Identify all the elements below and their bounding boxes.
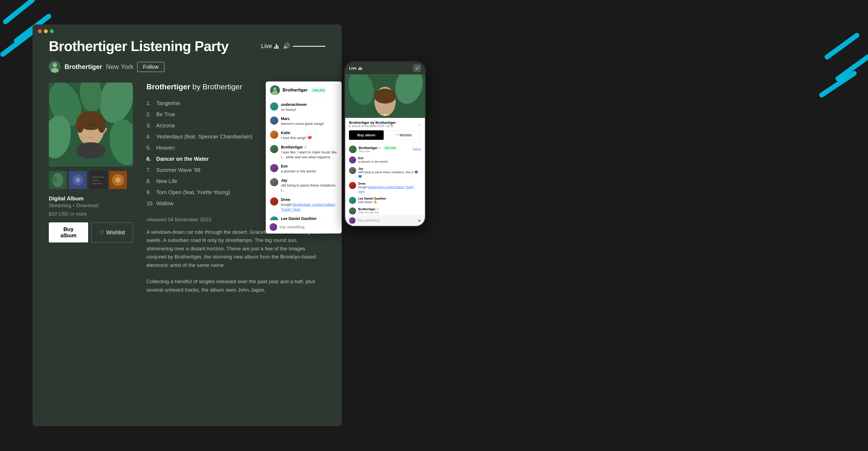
phone-chat-input-area: Say something ➤ [345, 215, 425, 226]
track-num: 8. [147, 178, 156, 185]
chat-input-avatar [270, 223, 277, 231]
phone-live-bars [358, 66, 362, 70]
phone-track-sub: 6. Dancer on the Water 03:25 / 03:52 [349, 124, 396, 128]
phone-msg-user: Brothertiger ✓ [358, 207, 379, 211]
chat-message: Eve a pioneer in the works! [270, 164, 337, 174]
phone-follow-link[interactable]: follow [413, 147, 421, 151]
msg-avatar [270, 131, 278, 139]
phone-msg-content: Brothertiger ✓ Only you see this thanks,… [358, 207, 379, 215]
thumbnail-3[interactable] [89, 171, 107, 189]
chat-input-area [266, 220, 342, 233]
artist-name[interactable]: Brothertiger [65, 63, 102, 71]
action-buttons: Buy album ♡ Wishlist [49, 222, 133, 243]
msg-content: Jay still trying to parse these mutation… [281, 178, 337, 193]
msg-text: I was like, I want to make music like t.… [281, 150, 337, 160]
phone-purchase-link[interactable]: Brothertiger Limited Edition "Earth" Vin… [358, 186, 414, 193]
chat-input[interactable] [279, 225, 338, 229]
phone-live-indicator: Live [349, 66, 362, 70]
album-title: Brothertiger [147, 83, 190, 91]
chat-message: Brothertiger ✓ I was like, I want to mak… [270, 145, 337, 160]
phone-send-icon[interactable]: ➤ [417, 218, 421, 223]
header-right: Live 🔊 [261, 43, 326, 50]
svg-line-2 [3, 30, 35, 54]
phone-message: Eve a pioneer in the works! [349, 157, 421, 164]
live-bar-1 [274, 47, 275, 49]
thumbnail-4[interactable] [109, 171, 127, 189]
chat-header: Brothertiger ONLINE [266, 81, 342, 99]
track-num: 5. [147, 145, 156, 151]
phone-host-name: Brothertiger ✓ ONLINE [359, 146, 398, 150]
msg-username: Marc [281, 116, 324, 121]
track-num: 7. [147, 167, 156, 173]
phone-msg-content: Eve a pioneer in the works! [358, 157, 388, 164]
msg-username: Jay [281, 178, 337, 182]
msg-avatar [270, 102, 278, 111]
chat-message: Drew bought Brothertiger Limited Edition… [270, 197, 337, 212]
phone-msg-avatar [349, 197, 356, 204]
track-num: 9. [147, 189, 156, 196]
phone-msg-avatar [349, 207, 356, 215]
phone-buy-button[interactable]: Buy album [349, 130, 384, 140]
window-close-btn[interactable] [38, 29, 42, 33]
chat-message: Katie I love this song!! ❤️ [270, 131, 337, 140]
svg-line-0 [5, 0, 33, 22]
svg-point-26 [98, 116, 106, 133]
phone-msg-avatar [349, 167, 356, 174]
volume-control[interactable]: 🔊 [283, 43, 326, 50]
phone-msg-text: a pioneer in the works! [358, 160, 388, 164]
chat-message: Marc themm's some great songs! [270, 116, 337, 126]
msg-content: underachiever so heavy! [281, 102, 307, 112]
phone-chat[interactable]: Brothertiger ✓ ONLINE New York follow Ev… [345, 143, 425, 215]
msg-avatar [270, 145, 278, 153]
window-minimize-btn[interactable] [44, 29, 48, 33]
phone-online-badge: ONLINE [383, 146, 398, 150]
dot-1 [381, 114, 383, 116]
msg-username: Katie [281, 131, 312, 135]
svg-line-5 [822, 73, 854, 95]
phone-msg-user: Jay [358, 167, 421, 170]
purchase-link[interactable]: Brothertiger Limited Edition "Earth" Vin… [281, 202, 335, 212]
artist-avatar [49, 61, 61, 73]
phone-track-info: Brothertiger by Brothertiger 6. Dancer o… [345, 118, 425, 130]
track-num: 1. [147, 100, 156, 107]
msg-avatar [270, 197, 278, 205]
chat-panel-desktop: Brothertiger ONLINE underachiever so hea… [266, 81, 342, 233]
phone-live-label: Live [349, 66, 356, 70]
volume-icon: 🔊 [283, 43, 290, 50]
phone-sound-button[interactable]: 🔊 [413, 64, 421, 72]
album-format: Streaming + Download [49, 203, 133, 208]
msg-avatar [270, 164, 278, 172]
volume-slider[interactable] [293, 46, 326, 47]
track-num: 3. [147, 122, 156, 129]
phone-host-details: Brothertiger ✓ ONLINE New York [359, 146, 398, 153]
chat-message: Jay still trying to parse these mutation… [270, 178, 337, 193]
phone-msg-avatar [349, 182, 356, 189]
phone-album-image [345, 75, 425, 118]
wishlist-button[interactable]: ♡ Wishlist [91, 222, 133, 243]
msg-username: Eve [281, 164, 316, 168]
chat-host-info: Brothertiger ONLINE [283, 88, 327, 92]
svg-point-19 [76, 142, 106, 159]
follow-button[interactable]: Follow [137, 62, 164, 72]
phone-msg-user: Drew [358, 182, 421, 185]
page-title: Brothertiger Listening Party [49, 38, 228, 54]
online-badge: ONLINE [310, 88, 327, 93]
thumbnail-1[interactable] [49, 171, 67, 189]
phone-track-name: Brothertiger by Brothertiger [349, 120, 396, 124]
window-maximize-btn[interactable] [50, 29, 54, 33]
phone-msg-content: Lee Daniel Gauthier cool down! 🔥 [358, 197, 386, 204]
phone-message: Lee Daniel Gauthier cool down! 🔥 [349, 197, 421, 204]
svg-point-7 [51, 68, 59, 73]
msg-content: Lee Daniel Gauthier cool down! 🔥 [281, 217, 316, 220]
buy-album-button[interactable]: Buy album [49, 222, 88, 243]
dot-2-active [384, 114, 386, 116]
chat-message: underachiever so heavy! [270, 102, 337, 112]
phone-bar-1 [358, 68, 359, 70]
track-num: 2. [147, 111, 156, 118]
phone-msg-content: Jay still trying to parse these mutation… [358, 167, 421, 179]
thumbnail-2[interactable] [69, 171, 87, 189]
chat-messages[interactable]: underachiever so heavy! Marc themm's som… [266, 99, 342, 220]
phone-wishlist-button[interactable]: ♡ Wishlist [386, 130, 421, 140]
msg-content: Marc themm's some great songs! [281, 116, 324, 126]
phone-say-something[interactable]: Say something [358, 219, 415, 222]
